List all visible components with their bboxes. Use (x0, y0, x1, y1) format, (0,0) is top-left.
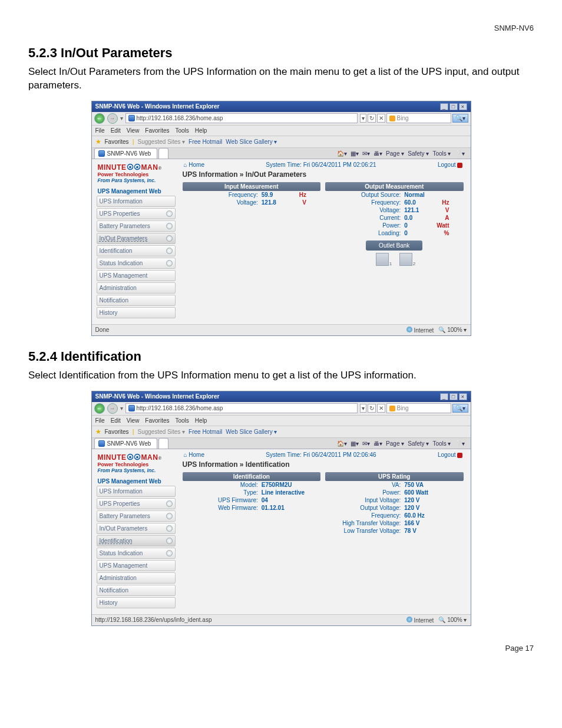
browser-tab[interactable]: SNMP-NV6 Web (94, 148, 158, 159)
tab-row: SNMP-NV6 Web 🏠▾ ▦▾ ✉▾ 🖶▾ Page ▾ Safety ▾… (92, 148, 471, 159)
new-tab[interactable] (158, 438, 168, 449)
sidebar-item-history[interactable]: History (97, 597, 176, 608)
favorites-bar: ★ Favorites | Suggested Sites ▾ Free Hot… (92, 136, 471, 148)
safety-menu[interactable]: Safety ▾ (408, 440, 429, 447)
menu-favorites[interactable]: Favorites (145, 417, 169, 424)
window-titlebar[interactable]: SNMP-NV6 Web - Windows Internet Explorer… (92, 101, 471, 112)
zoom-indicator[interactable]: 🔍 100% ▾ (438, 327, 467, 333)
menu-view[interactable]: View (127, 127, 140, 134)
menu-favorites[interactable]: Favorites (145, 127, 169, 134)
home-link[interactable]: Home (184, 162, 205, 168)
mail-icon[interactable]: ✉▾ (362, 150, 370, 157)
sidebar-item-ups-information[interactable]: UPS Information (97, 486, 176, 497)
address-bar[interactable]: http://192.168.168.236/home.asp (125, 113, 358, 123)
home-icon[interactable]: 🏠▾ (337, 150, 347, 157)
fav-link[interactable]: Suggested Sites ▾ (137, 139, 185, 145)
browser-tab[interactable]: SNMP-NV6 Web (94, 438, 158, 449)
menu-tools[interactable]: Tools (175, 417, 189, 424)
command-bar[interactable]: 🏠▾ ▦▾ ✉▾ 🖶▾ Page ▾ Safety ▾ Tools ▾ ❔▾ (333, 149, 468, 159)
favorites-label[interactable]: Favorites (105, 429, 129, 435)
menu-edit[interactable]: Edit (111, 417, 121, 424)
sidebar-item-administration[interactable]: Administration (97, 572, 176, 584)
feeds-icon[interactable]: ▦▾ (351, 150, 359, 157)
menu-view[interactable]: View (127, 417, 140, 424)
new-tab[interactable] (158, 148, 168, 159)
sidebar-item-ups-properties[interactable]: UPS Properties (97, 208, 176, 219)
minimize-icon: _ (440, 103, 448, 110)
outlet-2[interactable] (399, 253, 412, 266)
menu-help[interactable]: Help (195, 127, 207, 134)
menu-help[interactable]: Help (195, 417, 207, 424)
menu-bar[interactable]: File Edit View Favorites Tools Help (92, 416, 471, 426)
help-icon[interactable]: ❔▾ (455, 440, 465, 447)
help-icon[interactable]: ❔▾ (455, 150, 465, 157)
sidebar-item-inout-parameters[interactable]: In/Out Parameters (97, 523, 176, 534)
sidebar: MINUTE⦿⦿MAN® Power Technologies From Par… (97, 449, 176, 610)
safety-menu[interactable]: Safety ▾ (408, 150, 429, 157)
favorites-icon[interactable]: ★ (95, 428, 101, 436)
sidebar-item-ups-properties[interactable]: UPS Properties (97, 498, 176, 509)
page-menu[interactable]: Page ▾ (386, 440, 404, 447)
zoom-indicator[interactable]: 🔍 100% ▾ (438, 617, 467, 623)
search-button[interactable]: 🔍▾ (452, 404, 468, 413)
mail-icon[interactable]: ✉▾ (362, 440, 370, 447)
forward-button[interactable]: → (107, 113, 118, 124)
tools-menu[interactable]: Tools ▾ (432, 440, 451, 447)
search-dropdown[interactable]: ▾ (360, 114, 366, 123)
menu-file[interactable]: File (95, 127, 105, 134)
logout-link[interactable]: Logout (438, 162, 462, 168)
back-button[interactable]: ← (94, 403, 105, 414)
fav-link[interactable]: Web Slice Gallery ▾ (226, 139, 277, 145)
menu-file[interactable]: File (95, 417, 105, 424)
sidebar-item-inout-parameters[interactable]: In/Out Parameters (97, 233, 176, 244)
fav-link[interactable]: Web Slice Gallery ▾ (226, 429, 277, 435)
sidebar-item-battery-parameters[interactable]: Battery Parameters (97, 510, 176, 522)
sidebar-item-identification[interactable]: Identification (97, 535, 176, 546)
outlet-1[interactable] (376, 253, 389, 266)
sidebar-item-notification[interactable]: Notification (97, 295, 176, 306)
print-icon[interactable]: 🖶▾ (373, 150, 382, 157)
sidebar-item-ups-information[interactable]: UPS Information (97, 196, 176, 207)
sidebar-item-ups-management[interactable]: UPS Management (97, 560, 176, 571)
search-box[interactable]: Bing (386, 113, 451, 123)
menu-edit[interactable]: Edit (111, 127, 121, 134)
system-time: System Time: Fri 06/24/2011 PM 02:06:46 (266, 452, 376, 458)
sidebar-item-administration[interactable]: Administration (97, 282, 176, 294)
feeds-icon[interactable]: ▦▾ (351, 440, 359, 447)
logout-link[interactable]: Logout (438, 452, 462, 458)
favorites-icon[interactable]: ★ (95, 138, 101, 146)
sidebar-item-status-indication[interactable]: Status Indication (97, 548, 176, 559)
sidebar-item-history[interactable]: History (97, 307, 176, 318)
fav-link[interactable]: Free Hotmail (189, 429, 222, 435)
ie-icon (128, 405, 135, 411)
menu-tools[interactable]: Tools (175, 127, 189, 134)
print-icon[interactable]: 🖶▾ (373, 440, 382, 447)
page-number: Page 17 (0, 644, 534, 653)
expand-icon (166, 260, 173, 266)
fav-link[interactable]: Suggested Sites ▾ (137, 429, 185, 435)
search-box[interactable]: Bing (386, 403, 451, 413)
sidebar-item-battery-parameters[interactable]: Battery Parameters (97, 220, 176, 232)
address-bar[interactable]: http://192.168.168.236/home.asp (125, 403, 358, 413)
window-titlebar[interactable]: SNMP-NV6 Web - Windows Internet Explorer… (92, 391, 471, 402)
window-buttons[interactable]: _□× (439, 393, 467, 400)
sidebar-header: UPS Management Web (98, 478, 176, 485)
sidebar-item-ups-management[interactable]: UPS Management (97, 270, 176, 281)
page-menu[interactable]: Page ▾ (386, 150, 404, 157)
menu-bar[interactable]: File Edit View Favorites Tools Help (92, 126, 471, 136)
logout-icon (457, 453, 462, 458)
back-button[interactable]: ← (94, 113, 105, 124)
favorites-label[interactable]: Favorites (105, 139, 129, 145)
sidebar-item-identification[interactable]: Identification (97, 245, 176, 256)
search-button[interactable]: 🔍▾ (452, 114, 468, 123)
home-link[interactable]: Home (184, 452, 205, 458)
search-dropdown[interactable]: ▾ (360, 404, 366, 413)
window-buttons[interactable]: _□× (439, 103, 467, 110)
sidebar-item-notification[interactable]: Notification (97, 585, 176, 596)
forward-button[interactable]: → (107, 403, 118, 414)
sidebar-item-status-indication[interactable]: Status Indication (97, 258, 176, 269)
fav-link[interactable]: Free Hotmail (189, 139, 222, 145)
command-bar[interactable]: 🏠▾ ▦▾ ✉▾ 🖶▾ Page ▾ Safety ▾ Tools ▾ ❔▾ (333, 439, 468, 449)
tools-menu[interactable]: Tools ▾ (432, 150, 451, 157)
home-icon[interactable]: 🏠▾ (337, 440, 347, 447)
